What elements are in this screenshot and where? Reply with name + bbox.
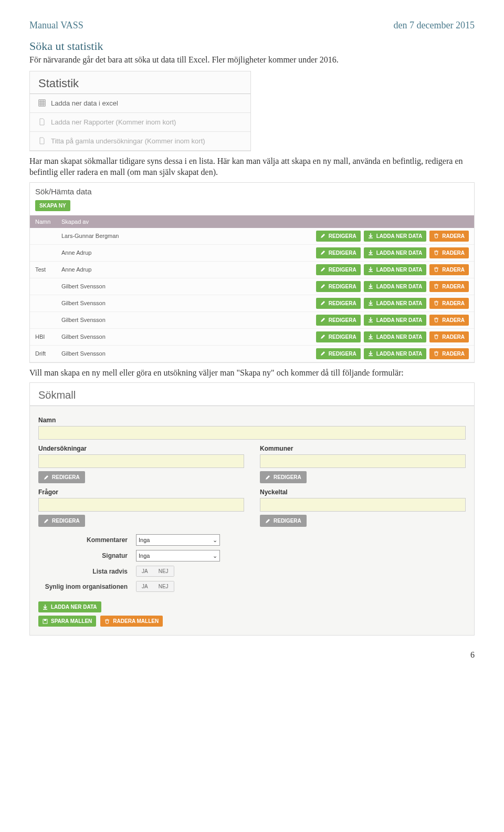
redigera-button[interactable]: REDIGERA (316, 331, 361, 342)
synlig-toggle[interactable]: JANEJ (136, 581, 174, 592)
ladda-ner-button[interactable]: LADDA NER DATA (364, 281, 427, 292)
lista-radvis-toggle[interactable]: JANEJ (136, 566, 174, 577)
spara-mallen-button[interactable]: SPARA MALLEN (38, 616, 96, 627)
label-fragor: Frågor (38, 488, 244, 496)
chevron-down-icon: ⌄ (213, 553, 217, 559)
radera-button[interactable]: RADERA (429, 315, 469, 326)
edit-icon (320, 250, 326, 255)
svg-rect-6 (44, 619, 46, 621)
ladda-ner-button[interactable]: LADDA NER DATA (364, 247, 427, 258)
radera-button[interactable]: RADERA (429, 281, 469, 292)
redigera-undersokningar-button[interactable]: REDIGERA (38, 471, 85, 483)
cell-skapad-av: Gilbert Svensson (61, 334, 316, 340)
label-lista-radvis: Lista radvis (38, 568, 128, 575)
redigera-button[interactable]: REDIGERA (316, 298, 361, 309)
nyckeltal-input[interactable] (260, 498, 466, 512)
cell-skapad-av: Gilbert Svensson (61, 350, 316, 357)
section-heading: Söka ut statistik (29, 39, 475, 53)
label-kommentarer: Kommentarer (38, 536, 128, 544)
stat-row-label: Ladda ner data i excel (51, 99, 118, 107)
ladda-ner-button[interactable]: LADDA NER DATA (364, 348, 427, 359)
ladda-ner-data-button[interactable]: LADDA NER DATA (38, 601, 101, 612)
trash-icon (434, 267, 439, 272)
radera-button[interactable]: RADERA (429, 264, 469, 275)
pencil-icon (44, 518, 49, 524)
fragor-input[interactable] (38, 498, 244, 512)
radera-button[interactable]: RADERA (429, 298, 469, 309)
svg-rect-0 (39, 100, 45, 106)
cell-skapad-av: Gilbert Svensson (61, 317, 316, 323)
signatur-select[interactable]: Inga⌄ (136, 550, 220, 561)
edit-icon (320, 317, 326, 323)
table-row: Anne AdrupREDIGERALADDA NER DATARADERA (30, 245, 474, 262)
namn-input[interactable] (38, 426, 466, 440)
download-icon (368, 300, 373, 306)
label-undersokningar: Undersökningar (38, 445, 244, 452)
radera-button[interactable]: RADERA (429, 348, 469, 359)
ladda-ner-button[interactable]: LADDA NER DATA (364, 231, 427, 242)
intro-paragraph: För närvarande går det bara att söka ut … (29, 54, 475, 66)
table-row: DriftGilbert SvenssonREDIGERALADDA NER D… (30, 346, 474, 362)
paragraph-3: Vill man skapa en ny mell eller göra en … (29, 367, 475, 379)
label-nyckeltal: Nyckeltal (260, 488, 466, 496)
stat-download-excel[interactable]: Ladda ner data i excel (30, 94, 250, 113)
redigera-button[interactable]: REDIGERA (316, 348, 361, 359)
trash-icon (434, 317, 439, 323)
redigera-kommuner-button[interactable]: REDIGERA (260, 471, 307, 483)
statistik-title: Statistik (30, 71, 250, 94)
download-icon (368, 250, 373, 255)
edit-icon (320, 233, 326, 238)
statistik-panel: Statistik Ladda ner data i excel Ladda n… (29, 71, 251, 151)
radera-button[interactable]: RADERA (429, 247, 469, 258)
redigera-button[interactable]: REDIGERA (316, 264, 361, 275)
redigera-button[interactable]: REDIGERA (316, 315, 361, 326)
kommentarer-select[interactable]: Inga⌄ (136, 534, 220, 546)
table-header: Namn Skapad av (30, 215, 474, 228)
redigera-button[interactable]: REDIGERA (316, 281, 361, 292)
radera-mallen-button[interactable]: RADERA MALLEN (100, 616, 163, 627)
stat-old-surveys: Titta på gamla undersökningar (Kommer in… (30, 132, 250, 151)
label-kommuner: Kommuner (260, 445, 466, 452)
doc-header-left: Manual VASS (29, 20, 83, 31)
sokhamta-title: Sök/Hämta data (30, 183, 474, 200)
cell-skapad-av: Anne Adrup (61, 249, 316, 256)
ladda-ner-button[interactable]: LADDA NER DATA (364, 315, 427, 326)
paragraph-2: Har man skapat sökmallar tidigare syns d… (29, 155, 475, 178)
table-row: Gilbert SvenssonREDIGERALADDA NER DATARA… (30, 312, 474, 329)
trash-icon (434, 284, 439, 289)
cell-skapad-av: Lars-Gunnar Bergman (61, 233, 316, 239)
save-icon (43, 619, 48, 624)
sokhamta-panel: Sök/Hämta data SKAPA NY Namn Skapad av L… (29, 182, 475, 363)
skapa-ny-button[interactable]: SKAPA NY (35, 200, 70, 211)
redigera-fragor-button[interactable]: REDIGERA (38, 515, 85, 527)
ladda-ner-button[interactable]: LADDA NER DATA (364, 264, 427, 275)
trash-icon (434, 250, 439, 255)
trash-icon (434, 233, 439, 238)
edit-icon (320, 267, 326, 272)
redigera-nyckeltal-button[interactable]: REDIGERA (260, 515, 307, 527)
page-number: 6 (0, 650, 504, 670)
radera-button[interactable]: RADERA (429, 331, 469, 342)
trash-icon (434, 300, 439, 306)
download-icon (368, 351, 373, 356)
pencil-icon (265, 475, 270, 480)
table-row: Gilbert SvenssonREDIGERALADDA NER DATARA… (30, 295, 474, 312)
kommuner-input[interactable] (260, 454, 466, 468)
chevron-down-icon: ⌄ (213, 537, 217, 544)
edit-icon (320, 284, 326, 289)
ladda-ner-button[interactable]: LADDA NER DATA (364, 298, 427, 309)
redigera-button[interactable]: REDIGERA (316, 231, 361, 242)
trash-icon (104, 619, 110, 624)
edit-icon (320, 334, 326, 339)
cell-skapad-av: Gilbert Svensson (61, 300, 316, 306)
undersokningar-input[interactable] (38, 454, 244, 468)
table-row: Gilbert SvenssonREDIGERALADDA NER DATARA… (30, 278, 474, 295)
label-synlig: Synlig inom organisationen (38, 583, 128, 590)
ladda-ner-button[interactable]: LADDA NER DATA (364, 331, 427, 342)
cell-skapad-av: Gilbert Svensson (61, 283, 316, 289)
stat-reports: Ladda ner Rapporter (Kommer inom kort) (30, 113, 250, 132)
document-icon (38, 118, 46, 126)
radera-button[interactable]: RADERA (429, 231, 469, 242)
grid-icon (38, 99, 46, 107)
redigera-button[interactable]: REDIGERA (316, 247, 361, 258)
